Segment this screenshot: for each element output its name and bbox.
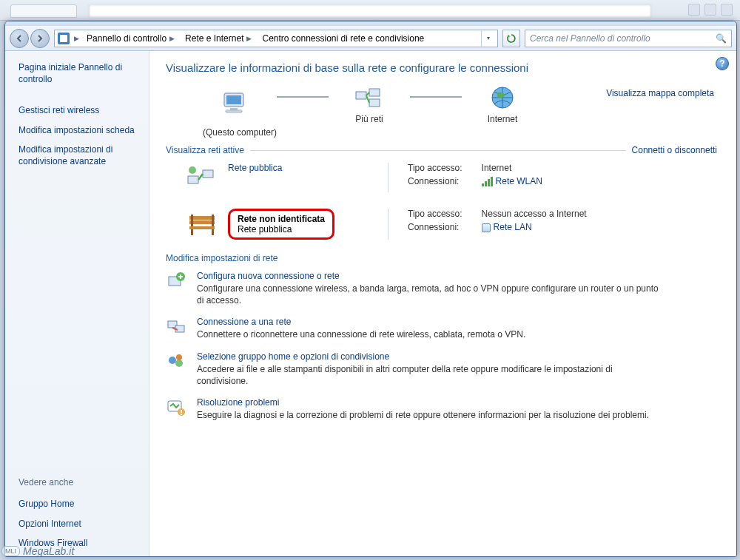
see-also-heading: Vedere anche	[18, 477, 141, 488]
lan-plug-icon	[482, 223, 491, 232]
map-link	[410, 96, 462, 98]
access-type-label: Tipo accesso:	[408, 163, 462, 173]
see-also-internet-options[interactable]: Opzioni Internet	[18, 518, 141, 530]
chevron-right-icon[interactable]: ▶	[168, 35, 176, 42]
homegroup-icon	[166, 351, 186, 372]
breadcrumb-label: Rete e Internet	[185, 33, 243, 44]
active-network-item: Rete non identificata Rete pubblica Tipo…	[166, 209, 717, 240]
option-connect-network[interactable]: Connessione a una reteConnettere o ricon…	[166, 317, 717, 340]
connection-link[interactable]: Rete WLAN	[496, 176, 542, 186]
control-panel-icon	[58, 33, 70, 44]
option-desc: Configurare una connessione wireless, a …	[197, 283, 663, 306]
modify-settings-heading: Modifica impostazioni di rete	[166, 253, 717, 263]
chevron-right-icon[interactable]: ▶	[245, 35, 253, 42]
nav-forward-button[interactable]	[30, 29, 50, 48]
svg-rect-7	[369, 89, 380, 96]
svg-rect-13	[189, 216, 215, 220]
computer-icon	[220, 90, 252, 118]
option-desc: Eseguire la diagnosi e la correzione di …	[197, 409, 649, 421]
breadcrumb-item[interactable]: Rete e Internet▶	[182, 30, 256, 47]
wifi-signal-icon	[482, 177, 493, 186]
map-node-label: Più reti	[355, 114, 383, 124]
search-icon[interactable]: 🔍	[716, 33, 727, 44]
connections-label: Connessioni:	[408, 222, 462, 232]
sidebar-link-advanced-sharing[interactable]: Modifica impostazioni di condivisione av…	[18, 144, 141, 167]
help-icon[interactable]: ?	[716, 57, 729, 70]
search-input[interactable]: Cerca nel Pannello di controllo 🔍	[525, 30, 732, 47]
main-pane: ? Visualizzare le informazioni di base s…	[149, 51, 736, 556]
connect-network-icon	[166, 317, 186, 337]
svg-point-12	[189, 166, 196, 174]
svg-rect-15	[189, 226, 215, 229]
svg-rect-10	[188, 176, 198, 183]
map-link	[277, 96, 329, 98]
access-type-value: Internet	[482, 163, 542, 173]
connections-label: Connessioni:	[408, 176, 462, 186]
public-network-icon	[185, 163, 218, 192]
svg-rect-5	[226, 110, 242, 112]
option-troubleshoot[interactable]: Risoluzione problemiEseguire la diagnosi…	[166, 397, 717, 421]
unidentified-network-highlight: Rete non identificata Rete pubblica	[228, 209, 334, 240]
breadcrumb-item[interactable]: Pannello di controllo▶	[84, 30, 179, 47]
page-title: Visualizzare le informazioni di base sul…	[166, 61, 717, 74]
sidebar-home-link[interactable]: Pagina iniziale Pannello di controllo	[18, 61, 141, 85]
svg-rect-3	[226, 95, 241, 104]
globe-icon	[486, 84, 519, 112]
option-desc: Accedere ai file e alle stampanti dispon…	[197, 363, 663, 387]
computer-caption: (Questo computer)	[203, 127, 717, 138]
option-title[interactable]: Selezione gruppo home e opzioni di condi…	[197, 351, 389, 362]
network-name-link[interactable]: Rete pubblica	[228, 163, 282, 173]
network-options-list: Configura nuova connessione o reteConfig…	[166, 271, 717, 421]
divider	[250, 150, 626, 151]
breadcrumb-label: Centro connessioni di rete e condivision…	[262, 33, 424, 44]
access-type-value: Nessun accesso a Internet	[482, 209, 587, 219]
active-networks-label: Visualizza reti attive	[166, 145, 244, 155]
svg-rect-17	[212, 229, 214, 235]
breadcrumb-label: Pannello di controllo	[87, 33, 166, 44]
map-node-label: Internet	[488, 114, 518, 124]
refresh-button[interactable]	[502, 30, 520, 47]
option-homegroup[interactable]: Selezione gruppo home e opzioni di condi…	[166, 351, 717, 387]
map-node-computer[interactable]	[195, 90, 277, 118]
see-also-homegroup[interactable]: Gruppo Home	[18, 498, 141, 510]
see-also-firewall[interactable]: Windows Firewall	[18, 537, 141, 549]
sidebar-link-adapter[interactable]: Modifica impostazioni scheda	[18, 124, 141, 136]
browser-tab	[10, 4, 77, 18]
svg-rect-16	[191, 229, 193, 235]
sidebar-link-wireless[interactable]: Gestisci reti wireless	[18, 104, 141, 116]
svg-rect-6	[356, 92, 366, 99]
svg-rect-11	[203, 170, 213, 178]
breadcrumb-bar[interactable]: ▶ Pannello di controllo▶ Rete e Internet…	[54, 30, 498, 47]
connect-disconnect-link[interactable]: Connetti o disconnetti	[632, 145, 717, 155]
map-node-internet[interactable]: Internet	[462, 84, 543, 124]
explorer-navbar: ▶ Pannello di controllo▶ Rete e Internet…	[5, 26, 736, 51]
svg-point-24	[169, 357, 176, 364]
titlebar[interactable]	[5, 21, 736, 26]
svg-point-25	[175, 360, 183, 367]
option-title[interactable]: Risoluzione problemi	[197, 397, 279, 408]
park-bench-icon	[185, 209, 218, 238]
network-type: Rete pubblica	[238, 224, 325, 235]
connection-link[interactable]: Rete LAN	[494, 222, 532, 232]
svg-rect-29	[181, 410, 182, 413]
option-title[interactable]: Connessione a una rete	[197, 317, 291, 327]
option-title[interactable]: Configura nuova connessione o rete	[197, 271, 340, 281]
svg-point-26	[176, 354, 182, 360]
svg-rect-30	[181, 414, 182, 415]
svg-rect-19	[212, 215, 214, 226]
breadcrumb-dropdown[interactable]: ▾	[481, 30, 494, 47]
chevron-right-icon[interactable]: ▶	[73, 35, 81, 42]
active-network-item: Rete pubblica Tipo accesso: Internet Con…	[166, 163, 717, 192]
map-node-multi[interactable]: Più reti	[329, 84, 410, 124]
option-new-connection[interactable]: Configura nuova connessione o reteConfig…	[166, 271, 717, 306]
nav-back-button[interactable]	[10, 29, 29, 48]
multi-network-icon	[353, 84, 386, 112]
view-full-map-link[interactable]: Visualizza mappa completa	[606, 88, 714, 98]
option-desc: Connettere o riconnettere una connession…	[197, 328, 525, 340]
new-connection-icon	[166, 271, 186, 291]
svg-rect-14	[189, 220, 215, 224]
search-placeholder: Cerca nel Pannello di controllo	[530, 33, 650, 44]
access-type-label: Tipo accesso:	[408, 209, 462, 219]
breadcrumb-item[interactable]: Centro connessioni di rete e condivision…	[259, 30, 427, 47]
network-name: Rete non identificata	[238, 214, 325, 224]
